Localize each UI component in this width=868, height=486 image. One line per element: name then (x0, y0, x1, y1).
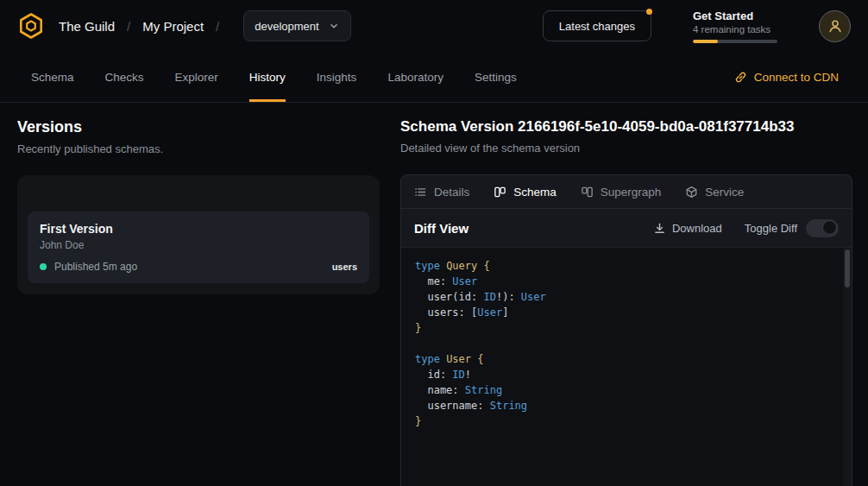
tab-service-label: Service (705, 186, 744, 199)
version-name: First Version (40, 222, 357, 236)
toggle-diff-label: Toggle Diff (745, 222, 797, 235)
connect-cdn-label: Connect to CDN (754, 71, 839, 84)
schema-version-section: Schema Version 2166196f-5e10-4059-bd0a-0… (400, 118, 852, 486)
tab-supergraph-label: Supergraph (601, 186, 662, 199)
progress-fill (693, 40, 718, 43)
service-badge: users (332, 262, 357, 272)
tab-insights[interactable]: Insights (317, 52, 357, 102)
breadcrumb-separator: / (127, 19, 130, 34)
diff-view-title: Diff View (414, 221, 469, 236)
top-bar: The Guild / My Project / development Lat… (0, 0, 868, 52)
guild-logo[interactable] (17, 12, 45, 40)
chevron-down-icon (328, 20, 340, 32)
supergraph-columns-icon (581, 186, 594, 199)
toggle-diff-switch[interactable] (806, 219, 839, 237)
version-status: Published 5m ago (54, 261, 137, 273)
user-avatar[interactable] (819, 10, 851, 42)
tab-explorer[interactable]: Explorer (175, 52, 218, 102)
version-author: John Doe (40, 239, 357, 251)
code-scrollbar-thumb[interactable] (845, 249, 850, 287)
target-select[interactable]: development (243, 10, 350, 41)
tab-settings[interactable]: Settings (475, 52, 517, 102)
get-started-subtitle: 4 remaining tasks (693, 24, 777, 35)
top-bar-actions: Latest changes Get Started 4 remaining t… (543, 9, 851, 43)
nav-tabs: Schema Checks Explorer History Insights … (0, 52, 517, 102)
version-status-row: Published 5m ago users (40, 261, 357, 273)
tab-service[interactable]: Service (685, 186, 744, 199)
schema-version-subtitle: Detailed view of the schema version (400, 142, 852, 155)
main-nav: Schema Checks Explorer History Insights … (0, 52, 868, 103)
versions-card: First Version John Doe Published 5m ago … (17, 175, 380, 294)
code-block[interactable]: type Query { me: User user(id: ID!): Use… (401, 248, 852, 439)
diff-actions: Download Toggle Diff (653, 219, 839, 237)
published-status-dot (40, 263, 47, 270)
tab-history[interactable]: History (249, 52, 286, 102)
details-list-icon (414, 186, 427, 199)
get-started-widget[interactable]: Get Started 4 remaining tasks (693, 9, 777, 43)
get-started-progress-bar (693, 40, 777, 43)
connect-cdn-link[interactable]: Connect to CDN (734, 71, 839, 84)
get-started-title: Get Started (693, 9, 777, 22)
tab-schema-view[interactable]: Schema (494, 186, 557, 199)
versions-title: Versions (17, 118, 380, 136)
download-label: Download (672, 222, 722, 235)
schema-code-viewer: type Query { me: User user(id: ID!): Use… (401, 248, 852, 486)
panel-tabs: Details Schema Supergraph (401, 175, 852, 209)
project-name[interactable]: My Project (142, 19, 204, 34)
latest-changes-label: Latest changes (559, 20, 635, 33)
tab-schema[interactable]: Schema (31, 52, 74, 102)
schema-columns-icon (494, 186, 506, 199)
tab-details-label: Details (434, 186, 469, 199)
service-cube-icon (685, 186, 698, 199)
link-icon (734, 71, 747, 84)
versions-section: Versions Recently published schemas. Fir… (17, 118, 380, 486)
code-scrollbar[interactable] (843, 248, 852, 486)
versions-subtitle: Recently published schemas. (17, 142, 380, 155)
version-list-item[interactable]: First Version John Doe Published 5m ago … (28, 211, 369, 283)
user-icon (827, 18, 843, 34)
main-content: Versions Recently published schemas. Fir… (0, 103, 868, 486)
download-button[interactable]: Download (653, 222, 722, 235)
switch-knob (822, 220, 837, 235)
diff-view-header: Diff View Download Toggle Diff (401, 209, 852, 248)
tab-schema-label: Schema (513, 186, 557, 199)
tab-checks[interactable]: Checks (105, 52, 144, 102)
notification-dot (646, 9, 652, 15)
breadcrumb-separator: / (216, 19, 219, 34)
tab-details[interactable]: Details (414, 186, 469, 199)
hexagon-logo-icon (17, 12, 45, 40)
breadcrumb: The Guild / My Project / development (17, 10, 351, 41)
latest-changes-button[interactable]: Latest changes (543, 10, 651, 41)
target-select-value: development (255, 20, 318, 33)
schema-version-title: Schema Version 2166196f-5e10-4059-bd0a-0… (400, 118, 852, 136)
tab-laboratory[interactable]: Laboratory (387, 52, 443, 102)
download-icon (653, 222, 666, 235)
schema-version-panel: Details Schema Supergraph (400, 174, 852, 486)
tab-supergraph[interactable]: Supergraph (581, 186, 662, 199)
org-name[interactable]: The Guild (59, 19, 115, 34)
